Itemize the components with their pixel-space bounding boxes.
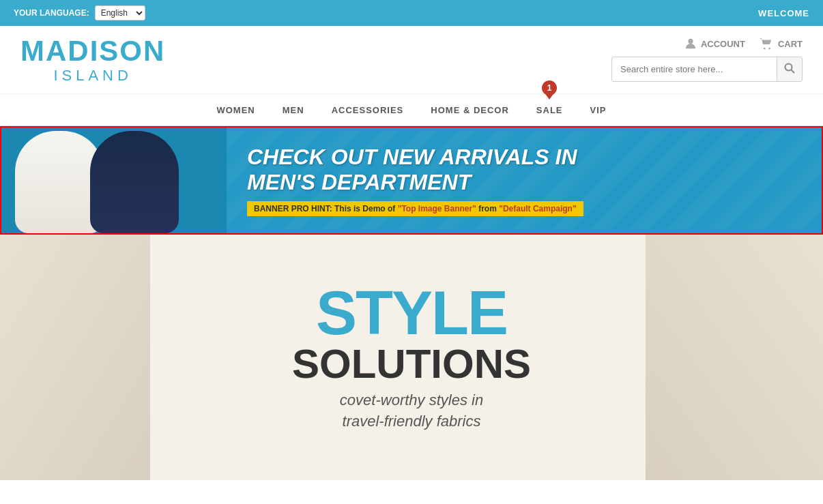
search-icon xyxy=(784,63,795,74)
svg-point-1 xyxy=(764,48,766,50)
cart-link[interactable]: CART xyxy=(759,38,803,50)
svg-point-2 xyxy=(768,48,770,50)
hero-text: STYLE SOLUTIONS covet-worthy styles in t… xyxy=(265,255,558,460)
nav-bar: WOMEN MEN ACCESSORIES HOME & DECOR 1 SAL… xyxy=(0,94,823,126)
banner-models xyxy=(1,128,227,233)
language-label: YOUR LANGUAGE: xyxy=(14,8,89,18)
language-select[interactable]: English French German Spanish xyxy=(95,5,145,20)
top-bar: YOUR LANGUAGE: English French German Spa… xyxy=(0,0,823,26)
nav-sale-wrapper: 1 SALE xyxy=(536,95,563,125)
banner-title-line1: CHECK OUT NEW ARRIVALS IN xyxy=(247,145,577,169)
main-nav: WOMEN MEN ACCESSORIES HOME & DECOR 1 SAL… xyxy=(216,94,606,125)
nav-badge: 1 xyxy=(542,80,557,95)
nav-item-men[interactable]: MEN xyxy=(283,95,304,125)
hero-subtitle-line2: travel-friendly fabrics xyxy=(343,413,481,430)
banner-content: CHECK OUT NEW ARRIVALS IN MEN'S DEPARTME… xyxy=(227,131,822,231)
hero-subtitle-line1: covet-worthy styles in xyxy=(340,391,483,409)
account-link[interactable]: ACCOUNT xyxy=(684,38,745,50)
banner-title-line2: MEN'S DEPARTMENT xyxy=(247,170,471,194)
hero-model-right xyxy=(646,235,823,480)
hint-prefix: BANNER PRO HINT: This is Demo of xyxy=(254,204,398,213)
cart-label: CART xyxy=(778,39,803,49)
banner-hint: BANNER PRO HINT: This is Demo of "Top Im… xyxy=(247,201,583,216)
logo-main-text: MADISON xyxy=(20,35,165,67)
svg-point-0 xyxy=(688,39,693,44)
welcome-text: WELCOME xyxy=(758,8,809,18)
search-bar xyxy=(611,57,803,82)
nav-item-accessories[interactable]: ACCESSORIES xyxy=(332,95,404,125)
site-logo[interactable]: MADISON ISLAND xyxy=(20,35,165,83)
language-selector-wrapper: YOUR LANGUAGE: English French German Spa… xyxy=(14,5,145,20)
hero-solutions-text: SOLUTIONS xyxy=(292,344,531,385)
hint-link2: "Default Campaign" xyxy=(499,204,576,213)
logo-sub-text: ISLAND xyxy=(53,68,132,84)
nav-item-home-decor[interactable]: HOME & DECOR xyxy=(431,95,509,125)
banner-wrapper: CHECK OUT NEW ARRIVALS IN MEN'S DEPARTME… xyxy=(0,126,823,235)
banner-title: CHECK OUT NEW ARRIVALS IN MEN'S DEPARTME… xyxy=(247,145,801,195)
nav-item-sale[interactable]: SALE xyxy=(536,95,563,125)
search-input[interactable] xyxy=(612,59,777,80)
hint-link1: "Top Image Banner" xyxy=(398,204,476,213)
header-right: ACCOUNT CART xyxy=(611,38,803,82)
svg-point-3 xyxy=(785,64,792,71)
hero-style-text: STYLE xyxy=(292,282,531,344)
top-banner[interactable]: CHECK OUT NEW ARRIVALS IN MEN'S DEPARTME… xyxy=(1,128,822,233)
hero-subtitle: covet-worthy styles in travel-friendly f… xyxy=(292,390,531,432)
nav-item-women[interactable]: WOMEN xyxy=(216,95,255,125)
site-header: MADISON ISLAND ACCOUNT CART xyxy=(0,26,823,94)
hero-section: STYLE SOLUTIONS covet-worthy styles in t… xyxy=(0,235,823,480)
model-right-figure xyxy=(90,131,179,233)
header-actions: ACCOUNT CART xyxy=(684,38,803,50)
search-button[interactable] xyxy=(777,57,802,81)
account-label: ACCOUNT xyxy=(701,39,745,49)
hero-model-left xyxy=(0,235,150,480)
person-icon xyxy=(684,38,697,50)
cart-icon xyxy=(759,38,774,50)
svg-line-4 xyxy=(792,70,795,74)
nav-item-vip[interactable]: VIP xyxy=(590,95,607,125)
hint-middle: from xyxy=(476,204,499,213)
